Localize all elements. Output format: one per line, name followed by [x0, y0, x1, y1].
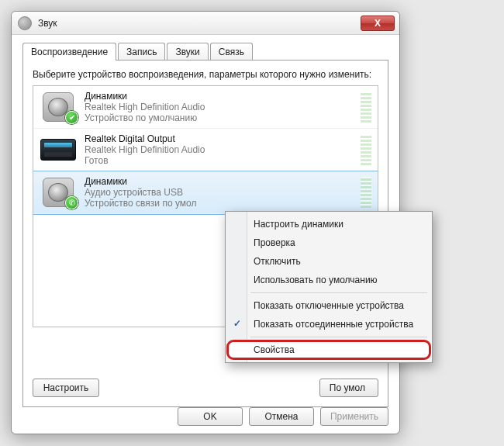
- device-desc: Realtek High Definition Audio: [85, 102, 353, 112]
- sound-icon: [18, 16, 32, 30]
- menu-item-configure-speakers[interactable]: Настроить динамики: [227, 215, 430, 233]
- default-badge-icon: [65, 111, 78, 124]
- device-text: Realtek Digital Output Realtek High Defi…: [85, 133, 353, 166]
- menu-item-test[interactable]: Проверка: [227, 233, 430, 252]
- menu-item-set-default[interactable]: Использовать по умолчанию: [227, 271, 430, 289]
- context-menu: Настроить динамики Проверка Отключить Ис…: [225, 211, 433, 363]
- titlebar: Звук X: [12, 12, 399, 35]
- device-text: Динамики Realtek High Definition Audio У…: [85, 91, 353, 123]
- device-icon: [40, 177, 77, 208]
- menu-separator: [250, 292, 427, 293]
- tab-recording[interactable]: Запись: [118, 43, 165, 61]
- menu-item-disable[interactable]: Отключить: [227, 252, 430, 271]
- set-default-button[interactable]: По умол: [319, 379, 378, 397]
- device-state: Готов: [85, 155, 353, 166]
- device-name: Динамики: [85, 176, 353, 187]
- device-icon: [40, 134, 77, 165]
- device-icon: [40, 92, 77, 123]
- spacer: [107, 379, 312, 397]
- close-icon: X: [375, 18, 381, 29]
- device-state: Устройство по умолчанию: [85, 112, 353, 123]
- device-row[interactable]: Динамики Realtek High Definition Audio У…: [33, 86, 378, 129]
- window-title: Звук: [38, 18, 57, 29]
- menu-item-show-disabled[interactable]: Показать отключенные устройства: [227, 296, 430, 315]
- spdif-icon: [40, 139, 76, 161]
- device-desc: Realtek High Definition Audio: [85, 144, 353, 155]
- configure-button[interactable]: Настроить: [33, 379, 99, 397]
- panel-hint: Выберите устройство воспроизведения, пар…: [33, 68, 378, 81]
- device-name: Динамики: [85, 91, 353, 102]
- menu-item-show-disconnected[interactable]: Показать отсоединенные устройства: [227, 315, 430, 334]
- comm-badge-icon: [65, 196, 78, 209]
- device-text: Динамики Аудио устройства USB Устройство…: [85, 176, 353, 209]
- level-meter-icon: [361, 92, 371, 123]
- device-name: Realtek Digital Output: [85, 133, 353, 144]
- tab-communications[interactable]: Связь: [210, 43, 253, 61]
- dialog-buttons: OK Отмена Применить: [178, 407, 388, 426]
- level-meter-icon: [361, 134, 371, 165]
- menu-separator: [250, 337, 427, 337]
- tab-strip: Воспроизведение Запись Звуки Связь: [22, 43, 388, 61]
- ok-button[interactable]: OK: [178, 407, 243, 426]
- device-row[interactable]: Realtek Digital Output Realtek High Defi…: [33, 129, 378, 171]
- device-desc: Аудио устройства USB: [85, 187, 353, 198]
- device-row[interactable]: Динамики Аудио устройства USB Устройство…: [33, 171, 378, 214]
- level-meter-icon: [361, 177, 371, 208]
- cancel-button[interactable]: Отмена: [249, 407, 314, 426]
- tab-playback[interactable]: Воспроизведение: [22, 43, 116, 61]
- set-default-label: По умол: [330, 382, 365, 393]
- panel-buttons: Настроить По умол: [33, 379, 378, 397]
- apply-button[interactable]: Применить: [320, 407, 388, 426]
- close-button[interactable]: X: [361, 16, 395, 31]
- menu-item-properties[interactable]: Свойства: [227, 341, 430, 359]
- device-state: Устройство связи по умол: [85, 198, 353, 209]
- tab-sounds[interactable]: Звуки: [167, 43, 208, 61]
